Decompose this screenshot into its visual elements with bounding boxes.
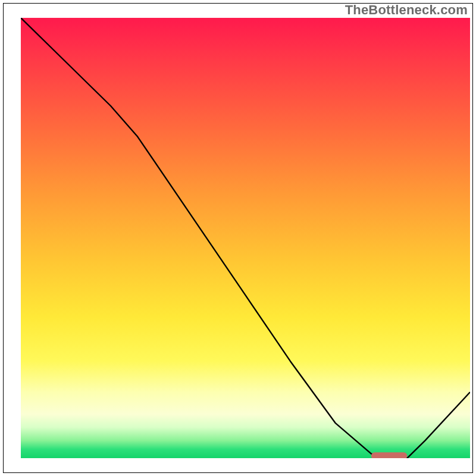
bottleneck-curve (21, 18, 470, 458)
plot-area (21, 18, 470, 458)
optimal-range-marker (371, 452, 407, 458)
watermark-text: TheBottleneck.com (345, 2, 468, 18)
curve-overlay (21, 18, 470, 458)
